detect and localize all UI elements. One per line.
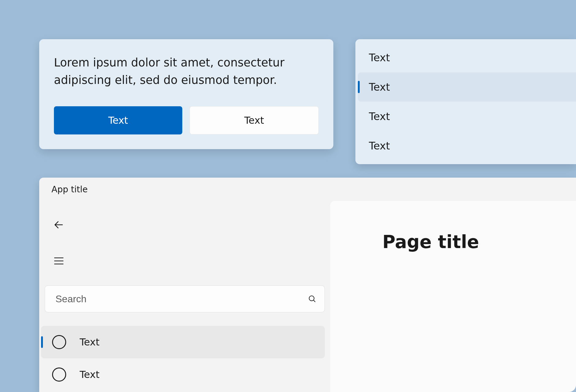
list-item[interactable]: Text	[355, 43, 576, 72]
navigation-sidebar: Text Text	[39, 201, 330, 392]
dialog-body-text: Lorem ipsum dolor sit amet, consectetur …	[54, 54, 319, 89]
list-item-label: Text	[369, 51, 390, 64]
dialog-button-row: Text Text	[54, 106, 319, 134]
circle-icon	[52, 335, 66, 349]
dialog-secondary-button-label: Text	[244, 115, 264, 126]
flyout-list: Text Text Text Text	[355, 39, 576, 164]
svg-line-5	[313, 300, 315, 302]
nav-item-label: Text	[80, 369, 100, 380]
nav-item[interactable]: Text	[45, 358, 325, 391]
search-input[interactable]	[45, 286, 300, 312]
app-window: App title	[39, 178, 576, 392]
nav-item[interactable]: Text	[41, 326, 325, 358]
list-item[interactable]: Text	[358, 72, 576, 102]
list-item-label: Text	[369, 140, 390, 152]
svg-point-4	[309, 296, 314, 301]
dialog-primary-button[interactable]: Text	[54, 106, 182, 134]
nav-item-label: Text	[80, 336, 100, 348]
circle-icon	[52, 368, 66, 382]
back-button[interactable]	[48, 214, 70, 236]
nav-list: Text Text	[45, 326, 325, 391]
hamburger-menu-button[interactable]	[48, 251, 70, 273]
search-box[interactable]	[45, 285, 325, 312]
search-icon	[300, 286, 324, 312]
list-item[interactable]: Text	[355, 102, 576, 131]
back-arrow-icon	[53, 219, 65, 232]
dialog-card: Lorem ipsum dolor sit amet, consectetur …	[39, 39, 333, 149]
app-title: App title	[51, 184, 88, 194]
dialog-primary-button-label: Text	[108, 115, 128, 126]
app-body: Text Text Page title	[39, 201, 576, 392]
hamburger-icon	[53, 255, 65, 268]
list-item-label: Text	[369, 110, 390, 123]
page-title: Page title	[382, 232, 576, 252]
dialog-secondary-button[interactable]: Text	[190, 106, 319, 134]
content-area: Page title	[330, 201, 576, 392]
titlebar[interactable]: App title	[39, 178, 576, 201]
list-item-label: Text	[369, 81, 390, 93]
list-item[interactable]: Text	[355, 131, 576, 160]
